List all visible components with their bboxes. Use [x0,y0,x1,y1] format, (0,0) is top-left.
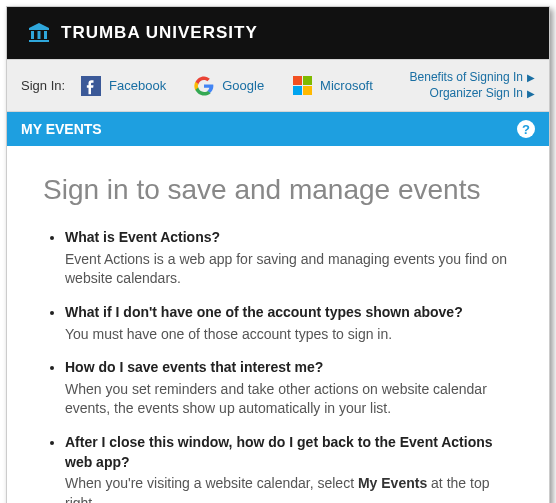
google-icon [194,76,214,96]
faq-answer-bold: My Events [358,475,427,491]
svg-rect-1 [38,31,41,39]
signin-label: Sign In: [21,78,65,93]
svg-rect-2 [44,31,47,39]
benefits-link[interactable]: Benefits of Signing In ▶ [410,70,535,86]
faq-answer: When you're visiting a website calendar,… [65,475,489,503]
signin-bar: Sign In: Facebook Google Microso [7,59,549,112]
organizer-link-label: Organizer Sign In [430,86,523,102]
organizer-link[interactable]: Organizer Sign In ▶ [430,86,535,102]
faq-item: What if I don't have one of the account … [65,303,513,344]
faq-answer: When you set reminders and take other ac… [65,381,487,417]
faq-question: How do I save events that interest me? [65,358,513,378]
brand-name: TRUMBA UNIVERSITY [61,23,258,43]
app-window: TRUMBA UNIVERSITY Sign In: Facebook Goog… [6,6,550,503]
help-icon[interactable]: ? [517,120,535,138]
brand-logo-icon [27,21,51,45]
signin-microsoft-label: Microsoft [320,78,373,93]
svg-rect-3 [29,40,49,42]
signin-facebook[interactable]: Facebook [81,76,166,96]
signin-google-label: Google [222,78,264,93]
benefits-link-label: Benefits of Signing In [410,70,523,86]
faq-item: How do I save events that interest me? W… [65,358,513,419]
brand-header: TRUMBA UNIVERSITY [7,7,549,59]
faq-question: After I close this window, how do I get … [65,433,513,472]
facebook-icon [81,76,101,96]
main-content: Sign in to save and manage events What i… [7,146,549,503]
signin-google[interactable]: Google [194,76,264,96]
faq-question: What if I don't have one of the account … [65,303,513,323]
faq-question: What is Event Actions? [65,228,513,248]
svg-rect-0 [31,31,34,39]
faq-item: What is Event Actions? Event Actions is … [65,228,513,289]
signin-microsoft[interactable]: Microsoft [292,76,373,96]
chevron-right-icon: ▶ [527,87,535,100]
microsoft-icon [292,76,312,96]
section-title-bar: MY EVENTS ? [7,112,549,146]
faq-list: What is Event Actions? Event Actions is … [43,228,513,503]
page-headline: Sign in to save and manage events [43,174,513,206]
faq-answer: You must have one of those account types… [65,326,392,342]
faq-answer-pre: When you're visiting a website calendar,… [65,475,358,491]
chevron-right-icon: ▶ [527,71,535,84]
section-title: MY EVENTS [21,121,102,137]
faq-item: After I close this window, how do I get … [65,433,513,503]
signin-right-links: Benefits of Signing In ▶ Organizer Sign … [410,70,535,101]
signin-facebook-label: Facebook [109,78,166,93]
faq-answer: Event Actions is a web app for saving an… [65,251,507,287]
